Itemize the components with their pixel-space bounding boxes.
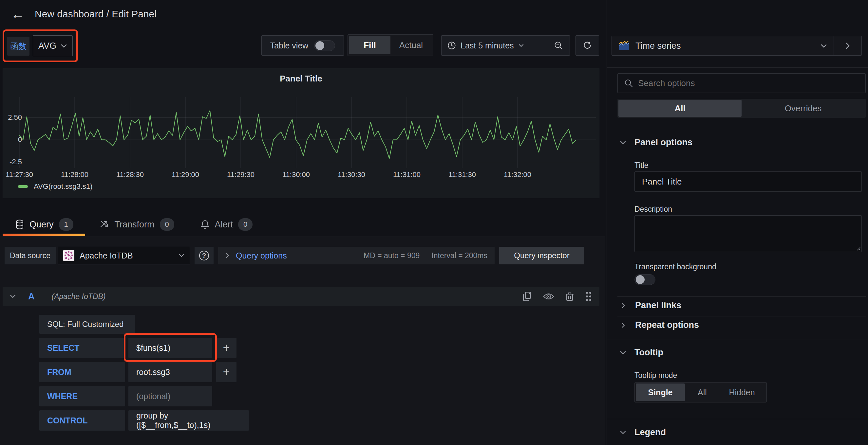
- description-label: Description: [634, 205, 672, 214]
- delete-query-trash-icon[interactable]: [565, 292, 574, 301]
- tab-overrides[interactable]: Overrides: [742, 100, 865, 117]
- collapse-chevron-icon[interactable]: [10, 295, 16, 299]
- tab-all[interactable]: All: [618, 100, 742, 117]
- control-value-field[interactable]: group by ([$__from,$__to),1s): [128, 410, 249, 431]
- control-value: group by ([$__from,$__to),1s): [136, 411, 241, 430]
- chevron-right-icon: [621, 303, 625, 309]
- visualization-picker[interactable]: Time series: [612, 36, 862, 56]
- from-value: root.ssg3: [136, 368, 170, 377]
- fill-option[interactable]: Fill: [349, 36, 391, 54]
- refresh-button[interactable]: [576, 35, 599, 56]
- tab-alert-count: 0: [238, 218, 252, 231]
- drag-handle-icon[interactable]: [585, 291, 592, 302]
- options-divider: [607, 419, 868, 419]
- chart-legend[interactable]: AVG(root.ssg3.s1): [18, 182, 92, 191]
- tooltip-mode-hidden[interactable]: Hidden: [720, 383, 764, 401]
- x-axis-tick: 11:28:00: [55, 170, 94, 179]
- control-keyword-chip: CONTROL: [39, 410, 125, 431]
- query-options-toggle[interactable]: Query options: [236, 251, 287, 261]
- transparent-background-toggle[interactable]: [634, 274, 655, 285]
- chevron-down-icon: [620, 431, 626, 435]
- from-add-button[interactable]: +: [216, 362, 237, 382]
- tab-alert-label: Alert: [215, 219, 233, 230]
- chevron-down-icon: [61, 44, 67, 48]
- legend-section-header[interactable]: Legend: [620, 427, 666, 438]
- search-icon: [624, 79, 633, 88]
- options-divider: [617, 297, 866, 297]
- y-axis-tick: 2.50: [3, 113, 22, 122]
- time-series-icon: [618, 41, 629, 51]
- repeat-options-heading: Repeat options: [635, 320, 699, 330]
- tooltip-mode-group: Single All Hidden: [634, 382, 767, 403]
- description-textarea[interactable]: [634, 215, 862, 252]
- datasource-help-button[interactable]: ?: [194, 247, 214, 264]
- tab-transform[interactable]: Transform 0: [100, 218, 174, 231]
- tooltip-mode-hidden-label: Hidden: [729, 388, 755, 397]
- tab-all-label: All: [675, 103, 685, 113]
- sql-mode-label: SQL: Full Customized: [47, 320, 123, 329]
- panel-options-heading: Panel options: [634, 137, 692, 147]
- panel-links-section-header[interactable]: Panel links: [621, 300, 681, 310]
- tooltip-heading: Tooltip: [634, 347, 663, 357]
- time-controls-group: Last 5 minutes: [441, 35, 570, 56]
- back-arrow-icon: ←: [11, 6, 25, 22]
- select-add-button[interactable]: +: [216, 338, 237, 358]
- search-options-box[interactable]: [617, 73, 866, 93]
- actual-label: Actual: [399, 40, 423, 50]
- where-value-field[interactable]: (optional): [128, 386, 212, 406]
- plus-icon: +: [223, 365, 229, 379]
- tooltip-mode-all[interactable]: All: [685, 383, 720, 401]
- options-sidebar: Time series All Overrides: [607, 0, 868, 445]
- tab-query[interactable]: Query 1: [15, 218, 73, 231]
- panel-links-heading: Panel links: [635, 300, 681, 310]
- transform-icon: [100, 219, 110, 229]
- back-button[interactable]: ←: [9, 6, 26, 23]
- chevron-right-icon: [225, 252, 229, 259]
- time-series-chart[interactable]: [16, 97, 596, 168]
- transparent-background-label: Transparent background: [634, 263, 716, 271]
- chart-panel: Panel Title 11:27:3011:28:0011:28:3011:2…: [3, 68, 599, 198]
- repeat-options-section-header[interactable]: Repeat options: [621, 320, 699, 330]
- collapse-options-button[interactable]: [834, 36, 862, 55]
- actual-option[interactable]: Actual: [391, 36, 432, 54]
- table-view-toggle[interactable]: [314, 40, 335, 51]
- time-range-picker[interactable]: Last 5 minutes: [441, 36, 547, 55]
- y-axis-tick: 0: [3, 135, 22, 144]
- options-divider: [607, 340, 868, 340]
- search-options-input[interactable]: [638, 78, 859, 88]
- duplicate-query-icon[interactable]: [523, 292, 532, 301]
- panel-title-input[interactable]: [634, 171, 862, 192]
- datasource-picker[interactable]: Apache IoTDB: [58, 247, 190, 264]
- table-view-control: Table view: [261, 35, 344, 56]
- x-axis-tick: 11:31:30: [442, 170, 482, 179]
- table-view-label: Table view: [270, 41, 309, 50]
- tooltip-section-header[interactable]: Tooltip: [620, 347, 663, 357]
- query-row-header[interactable]: A (Apache IoTDB): [3, 287, 599, 306]
- select-keyword-chip: SELECT: [39, 338, 125, 358]
- tooltip-mode-all-label: All: [698, 388, 707, 397]
- tab-alert[interactable]: Alert 0: [200, 218, 253, 231]
- resize-handle-icon[interactable]: [856, 246, 861, 251]
- tooltip-mode-single[interactable]: Single: [636, 383, 685, 401]
- hide-query-eye-icon[interactable]: [543, 293, 554, 300]
- datasource-label-chip: Data source: [5, 247, 56, 264]
- bell-icon: [200, 219, 210, 229]
- legend-swatch: [18, 185, 28, 188]
- query-inspector-button[interactable]: Query inspector: [499, 247, 584, 264]
- select-value-field[interactable]: $funs(s1): [128, 338, 212, 358]
- help-icon: ?: [199, 251, 209, 261]
- from-keyword: FROM: [47, 368, 71, 377]
- panel-options-section-header[interactable]: Panel options: [620, 137, 692, 147]
- from-value-field[interactable]: root.ssg3: [128, 362, 212, 382]
- zoom-out-icon: [554, 41, 563, 50]
- editor-tabs: Query 1 Transform 0 Alert 0: [0, 215, 605, 234]
- y-axis-tick: -2.5: [3, 158, 22, 166]
- refresh-icon: [583, 41, 592, 50]
- x-axis-tick: 11:29:00: [166, 170, 205, 179]
- function-select[interactable]: AVG: [33, 35, 73, 56]
- sql-mode-selector[interactable]: SQL: Full Customized: [39, 315, 135, 334]
- function-label-chip: 函数: [7, 37, 29, 56]
- tooltip-mode-label: Tooltip mode: [634, 371, 677, 380]
- control-keyword: CONTROL: [47, 416, 88, 425]
- zoom-out-button[interactable]: [547, 36, 569, 55]
